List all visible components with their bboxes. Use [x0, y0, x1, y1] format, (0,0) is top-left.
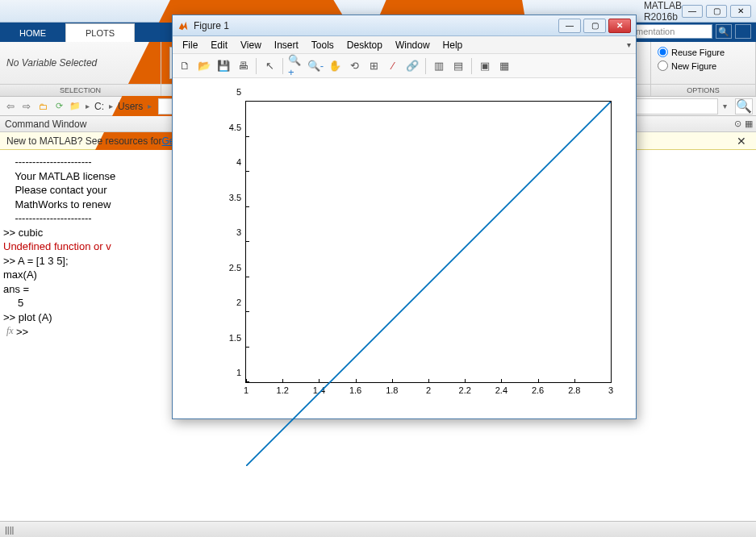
figure-maximize-button[interactable]: ▢: [583, 19, 606, 33]
browse-folder-icon[interactable]: 📁: [68, 99, 82, 114]
ytick: 4.5: [229, 123, 241, 132]
folder-icon[interactable]: ⟳: [52, 99, 66, 114]
status-bar: ||||: [0, 521, 756, 537]
figure-canvas[interactable]: 1 1.5 2 2.5 3 3.5 4 4.5 5 1 1.2 1.4 1.6 …: [173, 78, 636, 418]
path-search-button[interactable]: 🔍: [735, 98, 753, 114]
plot-line: [246, 102, 611, 466]
menu-tools[interactable]: Tools: [305, 38, 340, 52]
menu-view[interactable]: View: [234, 38, 268, 52]
path-drive[interactable]: C:: [93, 101, 106, 112]
ytick: 1.5: [229, 333, 241, 343]
figure-logo-icon: [178, 20, 189, 31]
figure-title: Figure 1: [194, 20, 558, 31]
figure-menu-dropdown-icon[interactable]: ▾: [627, 40, 631, 49]
tab-plots[interactable]: PLOTS: [65, 23, 135, 42]
open-icon[interactable]: 📂: [195, 57, 213, 75]
figure-minimize-button[interactable]: —: [558, 19, 581, 33]
minimize-button[interactable]: —: [682, 5, 703, 18]
options-section-label: OPTIONS: [651, 84, 755, 96]
insert-legend-icon[interactable]: ▤: [449, 57, 467, 75]
brush-icon[interactable]: ⁄: [384, 57, 402, 75]
ytick: 2.5: [229, 263, 241, 273]
ytick: 3.5: [229, 193, 241, 202]
banner-close-button[interactable]: ✕: [733, 135, 750, 148]
forward-button[interactable]: ⇨: [19, 99, 34, 114]
print-icon[interactable]: 🖶: [234, 57, 252, 75]
rotate-3d-icon[interactable]: ⟲: [345, 57, 363, 75]
tab-home[interactable]: HOME: [0, 24, 65, 42]
path-dropdown-icon[interactable]: ▾: [720, 102, 730, 110]
show-plot-tools-icon[interactable]: ▦: [495, 57, 513, 75]
pan-icon[interactable]: ✋: [326, 57, 344, 75]
plot-axes[interactable]: 1 1.5 2 2.5 3 3.5 4 4.5 5 1 1.2 1.4 1.6 …: [245, 101, 612, 383]
insert-colorbar-icon[interactable]: ▥: [430, 57, 448, 75]
help-dropdown[interactable]: [735, 24, 751, 39]
close-button[interactable]: ✕: [730, 5, 751, 18]
ytick: 3: [236, 227, 241, 237]
link-plot-icon[interactable]: 🔗: [403, 57, 421, 75]
menu-window[interactable]: Window: [389, 38, 436, 52]
svg-line-0: [246, 102, 611, 466]
app-title: MATLAB R2016b: [644, 0, 682, 23]
maximize-button[interactable]: ▢: [706, 5, 727, 18]
edit-plot-icon[interactable]: ↖: [261, 57, 278, 75]
up-folder-icon[interactable]: 🗀: [36, 99, 50, 114]
back-button[interactable]: ⇦: [3, 99, 18, 114]
zoom-in-icon[interactable]: 🔍+: [287, 57, 305, 75]
cw-layout-icon[interactable]: ▦: [745, 119, 753, 129]
command-window-title: Command Window: [5, 119, 86, 130]
figure-menubar: File Edit View Insert Tools Desktop Wind…: [173, 36, 636, 54]
ytick: 5: [236, 87, 241, 97]
path-seg-users[interactable]: Users: [116, 101, 144, 112]
banner-text: New to MATLAB? See resources for: [6, 135, 162, 147]
zoom-out-icon[interactable]: 🔍-: [307, 57, 324, 75]
search-input[interactable]: [632, 24, 712, 39]
no-variable-label: No Variable Selected: [6, 57, 97, 69]
reuse-figure-radio[interactable]: Reuse Figure: [658, 47, 725, 57]
hide-plot-tools-icon[interactable]: ▣: [476, 57, 494, 75]
new-figure-radio[interactable]: New Figure: [658, 60, 716, 71]
fx-prompt-icon[interactable]: fx: [6, 325, 14, 337]
cw-actions-icon[interactable]: ⊙: [734, 119, 741, 129]
menu-file[interactable]: File: [176, 38, 204, 52]
new-figure-icon[interactable]: 🗋: [176, 57, 194, 75]
figure-window: Figure 1 — ▢ ✕ File Edit View Insert Too…: [172, 15, 637, 419]
ytick: 2: [236, 298, 241, 307]
figure-toolbar: 🗋 📂 💾 🖶 ↖ 🔍+ 🔍- ✋ ⟲ ⊞ ⁄ 🔗 ▥ ▤ ▣ ▦: [173, 54, 636, 78]
search-button[interactable]: 🔍: [716, 24, 732, 39]
data-cursor-icon[interactable]: ⊞: [365, 57, 382, 75]
menu-help[interactable]: Help: [436, 38, 470, 52]
menu-edit[interactable]: Edit: [204, 38, 234, 52]
figure-close-button[interactable]: ✕: [608, 19, 631, 33]
save-icon[interactable]: 💾: [215, 57, 232, 75]
menu-desktop[interactable]: Desktop: [340, 38, 389, 52]
ytick: 1: [236, 368, 241, 377]
menu-insert[interactable]: Insert: [268, 38, 305, 52]
figure-titlebar[interactable]: Figure 1 — ▢ ✕: [173, 15, 636, 36]
ytick: 4: [236, 157, 241, 167]
status-indicator: ||||: [5, 525, 14, 535]
selection-section-label: SELECTION: [0, 84, 161, 96]
